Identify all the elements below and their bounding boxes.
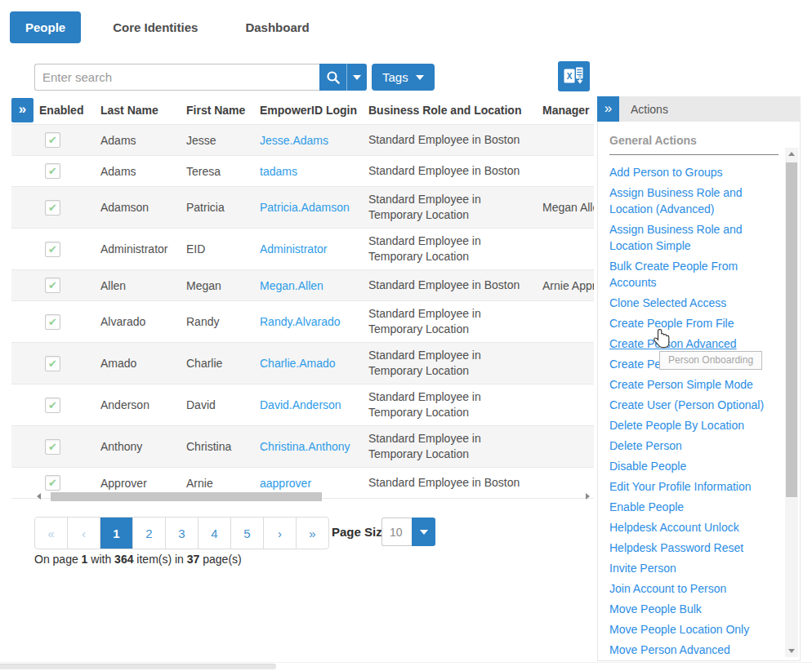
tab-core-identities[interactable]: Core Identities bbox=[97, 11, 213, 43]
scroll-down-icon[interactable] bbox=[788, 649, 795, 653]
action-link[interactable]: Clone Selected Access bbox=[609, 295, 779, 311]
login-link[interactable]: Patricia.Adamson bbox=[260, 201, 350, 214]
table-row: ✔AmadoCharlieCharlie.AmadoStandard Emplo… bbox=[11, 342, 594, 384]
enabled-checkbox[interactable]: ✔ bbox=[45, 314, 60, 330]
action-link[interactable]: Create Person Simple Mode bbox=[609, 376, 779, 393]
action-link[interactable]: Invite Person bbox=[609, 560, 779, 576]
login-link[interactable]: David.Anderson bbox=[260, 398, 341, 411]
actions-vertical-scrollbar[interactable] bbox=[785, 148, 798, 657]
action-link[interactable]: Bulk Create People From Accounts bbox=[609, 258, 779, 291]
action-link[interactable]: Enable People bbox=[609, 499, 779, 515]
action-link[interactable]: Move Person Advanced bbox=[609, 642, 779, 658]
hscroll-thumb[interactable] bbox=[51, 492, 322, 501]
enabled-checkbox[interactable]: ✔ bbox=[45, 439, 60, 455]
page-size-dropdown-button[interactable] bbox=[412, 518, 435, 546]
page-bottom-divider bbox=[0, 662, 812, 663]
page-button[interactable]: 4 bbox=[199, 518, 231, 549]
login-link[interactable]: aapprover bbox=[260, 477, 311, 490]
login-link[interactable]: tadams bbox=[260, 165, 297, 178]
enabled-checkbox[interactable]: ✔ bbox=[45, 475, 60, 491]
action-link[interactable]: Create People From File bbox=[609, 315, 779, 331]
login-link[interactable]: Charlie.Amado bbox=[260, 357, 336, 370]
action-link[interactable]: Assign Business Role and Location (Advan… bbox=[609, 184, 779, 217]
action-link[interactable]: Disable People bbox=[609, 458, 779, 474]
enabled-checkbox[interactable]: ✔ bbox=[45, 132, 60, 148]
search-button[interactable] bbox=[319, 64, 346, 91]
page-prev-button[interactable]: ‹ bbox=[68, 518, 100, 549]
table-row: ✔AdministratorEIDAdministratorStandard E… bbox=[11, 228, 594, 269]
enabled-checkbox[interactable]: ✔ bbox=[45, 163, 60, 179]
scroll-up-icon[interactable] bbox=[788, 152, 795, 156]
table-horizontal-scrollbar[interactable] bbox=[37, 490, 590, 503]
col-header-manager[interactable]: Manager bbox=[542, 104, 594, 117]
page-size-value[interactable]: 10 bbox=[381, 518, 412, 546]
page-button[interactable]: 3 bbox=[166, 518, 199, 549]
action-link[interactable]: Add Person to Groups bbox=[609, 164, 779, 180]
cell-enabled: ✔ bbox=[39, 163, 100, 179]
enabled-checkbox[interactable]: ✔ bbox=[45, 200, 60, 216]
action-link[interactable]: Create Person Advanced bbox=[609, 336, 779, 352]
col-header-last-name[interactable]: Last Name bbox=[100, 104, 186, 117]
col-header-first-name[interactable]: First Name bbox=[186, 104, 260, 117]
cell-enabled: ✔ bbox=[39, 439, 100, 455]
page-first-button[interactable]: « bbox=[35, 518, 68, 549]
cell-role-location: Standard Employee in Boston bbox=[368, 273, 542, 298]
search-bar bbox=[34, 64, 367, 91]
action-link[interactable]: Join Account to Person bbox=[609, 580, 779, 597]
enabled-checkbox[interactable]: ✔ bbox=[45, 242, 60, 257]
action-link[interactable]: Assign Business Role and Location Simple bbox=[609, 221, 779, 254]
cell-last-name: Anderson bbox=[100, 398, 186, 411]
excel-export-icon: X bbox=[564, 67, 584, 86]
cell-enabled: ✔ bbox=[39, 356, 100, 371]
action-link[interactable]: Edit Your Profile Information bbox=[609, 478, 779, 495]
col-header-enabled[interactable]: Enabled bbox=[39, 104, 100, 117]
table-row: ✔AdamsTeresatadamsStandard Employee in B… bbox=[11, 155, 594, 186]
check-icon: ✔ bbox=[48, 442, 57, 452]
action-link[interactable]: Move People Bulk bbox=[609, 601, 779, 617]
login-link[interactable]: Randy.Alvarado bbox=[260, 315, 341, 328]
page-button[interactable]: 5 bbox=[231, 518, 264, 549]
actions-expand-button[interactable]: » bbox=[597, 96, 619, 122]
action-link[interactable]: Helpdesk Password Reset bbox=[609, 540, 779, 556]
action-link[interactable]: Move People Location Only bbox=[609, 621, 779, 638]
login-link[interactable]: Christina.Anthony bbox=[260, 440, 350, 453]
table-body: ✔AdamsJesseJesse.AdamsStandard Employee … bbox=[11, 124, 594, 499]
cell-enabled: ✔ bbox=[39, 132, 100, 148]
page-last-button[interactable]: » bbox=[297, 518, 328, 549]
scroll-right-icon[interactable] bbox=[586, 493, 590, 500]
search-input[interactable] bbox=[34, 64, 319, 91]
action-link[interactable]: Helpdesk Account Unlock bbox=[609, 519, 779, 535]
export-excel-button[interactable]: X bbox=[558, 61, 590, 91]
check-icon: ✔ bbox=[48, 358, 57, 369]
caret-down-icon bbox=[353, 75, 361, 80]
hscroll-track[interactable] bbox=[44, 492, 582, 501]
login-link[interactable]: Megan.Allen bbox=[260, 279, 323, 292]
page-horizontal-scrollbar[interactable] bbox=[0, 664, 276, 669]
action-link[interactable]: Create User (Person Optional) bbox=[609, 397, 779, 413]
tab-people[interactable]: People bbox=[10, 11, 81, 43]
summary-segment: On page bbox=[34, 553, 82, 566]
cell-first-name: Randy bbox=[186, 315, 260, 328]
tags-button[interactable]: Tags bbox=[372, 64, 435, 91]
page-button[interactable]: 1 bbox=[100, 518, 133, 549]
page-button[interactable]: 2 bbox=[133, 518, 166, 549]
cell-login: Randy.Alvarado bbox=[260, 315, 368, 328]
vscroll-thumb[interactable] bbox=[786, 162, 797, 497]
enabled-checkbox[interactable]: ✔ bbox=[45, 398, 60, 413]
search-options-button[interactable] bbox=[346, 64, 367, 91]
page-next-button[interactable]: › bbox=[264, 518, 297, 549]
enabled-checkbox[interactable]: ✔ bbox=[45, 278, 60, 293]
tab-dashboard[interactable]: Dashboard bbox=[230, 11, 324, 43]
action-link[interactable]: Delete People By Location bbox=[609, 417, 779, 433]
action-link[interactable]: Delete Person bbox=[609, 438, 779, 454]
enabled-checkbox[interactable]: ✔ bbox=[45, 356, 60, 371]
col-header-role-location[interactable]: Business Role and Location bbox=[368, 98, 542, 123]
table-expand-button[interactable]: » bbox=[11, 98, 33, 122]
login-link[interactable]: Administrator bbox=[260, 242, 327, 256]
cell-first-name: EID bbox=[186, 242, 260, 256]
table-header: » Enabled Last Name First Name EmpowerID… bbox=[11, 96, 594, 124]
col-header-login[interactable]: EmpowerID Login bbox=[260, 104, 368, 117]
login-link[interactable]: Jesse.Adams bbox=[260, 134, 328, 147]
tags-button-label: Tags bbox=[382, 70, 408, 84]
scroll-left-icon[interactable] bbox=[37, 493, 41, 500]
